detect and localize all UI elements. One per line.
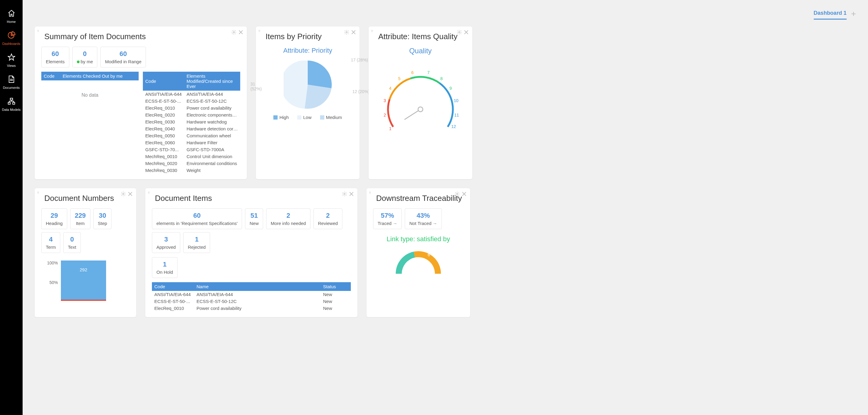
- sidebar-item-home[interactable]: Home: [0, 4, 23, 27]
- svg-point-4: [346, 32, 347, 33]
- table-row[interactable]: ECSS-E-ST-50-...ECSS-E-ST-50-12CNew: [152, 298, 351, 305]
- table-row[interactable]: GSFC-STD-70...GSFC-STD-7000A: [143, 146, 240, 153]
- close-icon[interactable]: [239, 30, 243, 35]
- priority-pie-chart: 17 (28%) 12 (20%) 31 (52%): [262, 61, 353, 109]
- legend-item: Medium: [320, 115, 342, 120]
- sidebar-item-dashboards[interactable]: Dashboards: [0, 27, 23, 48]
- close-icon[interactable]: [349, 192, 354, 196]
- svg-text:11: 11: [454, 113, 459, 117]
- stat-box[interactable]: 1On Hold: [152, 257, 178, 278]
- stat-by-me[interactable]: 0 by me: [72, 47, 98, 67]
- doc-icon: [8, 75, 15, 83]
- star-icon: [7, 53, 16, 62]
- docnum-bar-chart: 100% 50% 292: [41, 261, 130, 300]
- table-row[interactable]: ElecReq_0050Communication wheel: [143, 132, 240, 139]
- table-row[interactable]: ANSI/TIA/EIA-644ANSI/TIA/EIA-644New: [152, 291, 351, 298]
- svg-text:8: 8: [440, 76, 443, 81]
- table-row[interactable]: ElecReq_0010Power cord availability: [143, 104, 240, 111]
- card-summary: ⠿ Summary of Item Documents 60 Elements …: [35, 27, 247, 179]
- stat-traced[interactable]: 57% Traced→: [373, 208, 402, 229]
- sidebar-item-views[interactable]: Views: [0, 48, 23, 70]
- table-row[interactable]: ElecReq_0060Hardware Filter: [143, 139, 240, 146]
- svg-rect-1: [8, 102, 10, 104]
- dashboard-tabs: Dashboard 1 +: [35, 6, 856, 21]
- stat-box[interactable]: 229Item: [70, 208, 90, 229]
- stat-box[interactable]: 0Text: [63, 232, 81, 253]
- table-doc-items: Code Name Status ANSI/TIA/EIA-644ANSI/TI…: [152, 282, 351, 312]
- stat-box[interactable]: 51New: [245, 208, 263, 229]
- table-row[interactable]: ECSS-E-ST-50-...ECSS-E-ST-50-12C: [143, 98, 240, 104]
- card-title: Summary of Item Documents: [41, 32, 240, 41]
- stat-modified[interactable]: 60 Modified in Range: [100, 47, 146, 67]
- close-icon[interactable]: [464, 30, 469, 35]
- card-title: Attribute: Items Quality: [375, 32, 466, 41]
- gear-icon[interactable]: [455, 191, 460, 197]
- arrow-right-icon: →: [393, 221, 397, 226]
- stat-elements[interactable]: 60 Elements: [41, 47, 69, 67]
- svg-text:1: 1: [389, 126, 392, 131]
- gear-icon[interactable]: [231, 30, 237, 35]
- pie-icon: [7, 31, 16, 39]
- home-icon: [7, 9, 16, 18]
- svg-text:6: 6: [411, 70, 413, 75]
- svg-point-25: [344, 193, 345, 195]
- status-dot-icon: [77, 61, 80, 63]
- gear-icon[interactable]: [121, 191, 126, 197]
- svg-point-24: [123, 193, 124, 195]
- sidebar-item-label: Data Models: [2, 108, 21, 111]
- svg-text:10: 10: [454, 98, 459, 103]
- close-icon[interactable]: [462, 192, 467, 196]
- sidebar-item-label: Views: [7, 64, 16, 67]
- gear-icon[interactable]: [457, 30, 462, 35]
- add-tab-button[interactable]: +: [851, 9, 856, 21]
- stat-box[interactable]: 2Reviewed: [313, 208, 342, 229]
- table-row[interactable]: ElecReq_0010Power cord availabilityNew: [152, 305, 351, 312]
- card-title: Items by Priority: [262, 32, 353, 41]
- stat-not-traced[interactable]: 43% Not Traced→: [405, 208, 441, 229]
- table-row[interactable]: ElecReq_0030Hardware watchdog: [143, 118, 240, 125]
- card-document-items: ⠿ Document Items 60elements in 'Requirem…: [145, 188, 358, 317]
- table-row[interactable]: MechReq_0010Control Unit dimension: [143, 153, 240, 160]
- svg-point-3: [233, 32, 235, 33]
- drag-handle-icon[interactable]: ⠿: [369, 191, 371, 195]
- stat-box[interactable]: 60elements in 'Requirement Specification…: [152, 208, 242, 229]
- gauge-label: Quality: [375, 47, 466, 55]
- card-title: Downstream Traceability: [373, 194, 464, 203]
- stat-box[interactable]: 1Rejected: [183, 232, 210, 253]
- stat-box[interactable]: 29Heading: [41, 208, 67, 229]
- main-content: Dashboard 1 + ⠿ Summary of Item Document…: [23, 0, 868, 415]
- drag-handle-icon[interactable]: ⠿: [37, 191, 39, 195]
- table-row[interactable]: MechReq_0020Environmental conditions: [143, 160, 240, 167]
- stat-box[interactable]: 3Approved: [152, 232, 180, 253]
- table-row[interactable]: ElecReq_0020Electronic components temper…: [143, 111, 240, 118]
- svg-text:3: 3: [384, 98, 386, 103]
- drag-handle-icon[interactable]: ⠿: [37, 30, 39, 33]
- table-row[interactable]: ElecReq_0040Hardware detection corrupted…: [143, 125, 240, 132]
- table-row[interactable]: ANSI/TIA/EIA-644ANSI/TIA/EIA-644: [143, 91, 240, 98]
- table-checked-out: Code Elements Checked Out by me: [41, 72, 138, 80]
- svg-text:2: 2: [384, 113, 386, 117]
- stat-box[interactable]: 2More info needed: [266, 208, 310, 229]
- svg-text:5: 5: [398, 76, 401, 81]
- stat-box[interactable]: 4Term: [41, 232, 60, 253]
- card-quality: ⠿ Attribute: Items Quality Quality: [369, 27, 472, 179]
- drag-handle-icon[interactable]: ⠿: [148, 191, 150, 195]
- svg-text:7: 7: [427, 70, 430, 75]
- close-icon[interactable]: [351, 30, 356, 35]
- no-data-message: No data: [41, 80, 138, 110]
- svg-point-7: [418, 107, 423, 112]
- drag-handle-icon[interactable]: ⠿: [371, 30, 373, 33]
- legend-item: Low: [297, 115, 312, 120]
- table-row[interactable]: MechReq_0030Weight: [143, 167, 240, 174]
- svg-text:4: 4: [389, 86, 392, 91]
- tab-dashboard-1[interactable]: Dashboard 1: [814, 10, 846, 20]
- stat-box[interactable]: 30Step: [93, 208, 112, 229]
- svg-text:9: 9: [450, 86, 452, 91]
- sidebar-item-data-models[interactable]: Data Models: [0, 93, 23, 114]
- gear-icon[interactable]: [344, 30, 349, 35]
- close-icon[interactable]: [128, 192, 133, 196]
- sidebar-item-documents[interactable]: Documents: [0, 70, 23, 93]
- drag-handle-icon[interactable]: ⠿: [258, 30, 261, 33]
- gear-icon[interactable]: [342, 191, 347, 197]
- svg-point-5: [459, 32, 460, 33]
